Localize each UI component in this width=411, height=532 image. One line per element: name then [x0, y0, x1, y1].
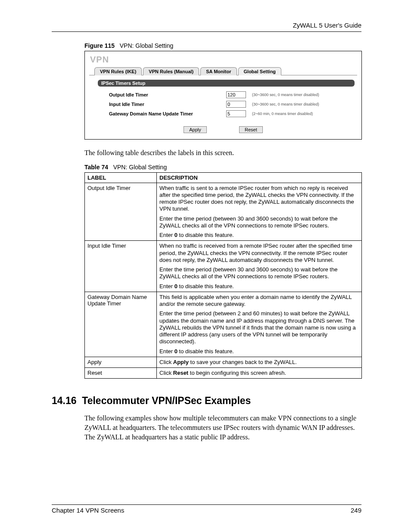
cell-label: Output Idle Timer	[85, 183, 157, 241]
description-table: LABEL DESCRIPTION Output Idle Timer When…	[84, 172, 362, 379]
cell-label: Reset	[85, 368, 157, 379]
table-caption: Table 74 VPN: Global Setting	[84, 164, 361, 171]
row-gateway-domain-timer: Gateway Domain Name Update Timer (2~60 m…	[109, 109, 357, 118]
reset-button[interactable]: Reset	[239, 126, 263, 133]
th-description: DESCRIPTION	[157, 172, 362, 183]
table-caption-title: VPN: Global Setting	[113, 164, 167, 171]
cell-desc: Click Apply to save your changes back to…	[157, 357, 362, 367]
section-title: Telecommuter VPN/IPSec Examples	[82, 395, 251, 406]
table-row: Apply Click Apply to save your changes b…	[85, 357, 362, 367]
cell-desc: Click Reset to begin configuring this sc…	[157, 368, 362, 379]
desc-para: Click Reset to begin configuring this sc…	[159, 370, 359, 376]
row-output-idle-timer: Output Idle Timer (30~3600 sec, 0 means …	[109, 90, 357, 100]
hint-gateway-domain-timer: (2~60 min, 0 means timer disabled)	[252, 112, 313, 116]
table-caption-label: Table 74	[84, 164, 108, 171]
section-number: 14.16	[52, 395, 77, 406]
figure-label: Figure 115	[84, 42, 115, 49]
desc-para: Enter the time period (between 30 and 36…	[159, 266, 359, 280]
desc-para: This field is applicable when you enter …	[159, 294, 359, 308]
footer-chapter: Chapter 14 VPN Screens	[52, 507, 124, 514]
desc-para: Click Apply to save your changes back to…	[159, 359, 359, 366]
hint-input-idle-timer: (30~3600 sec, 0 means timer disabled)	[252, 102, 319, 106]
figure-caption: Figure 115 VPN: Global Setting	[84, 42, 361, 49]
table-row: Reset Click Reset to begin configuring t…	[85, 368, 362, 379]
desc-para: Enter the time period (between 2 and 60 …	[159, 310, 359, 345]
header-guide: ZyWALL 5 User's Guide	[52, 22, 361, 29]
cell-desc: This field is applicable when you enter …	[157, 292, 362, 357]
ipsec-timers-form: Output Idle Timer (30~3600 sec, 0 means …	[109, 90, 357, 118]
tab-vpn-rules-ike[interactable]: VPN Rules (IKE)	[94, 67, 142, 75]
section-bar-ipsec-timers: IPSec Timers Setup	[98, 80, 355, 87]
label-output-idle-timer: Output Idle Timer	[109, 92, 226, 97]
desc-para: Enter 0 to disable this feature.	[159, 283, 359, 290]
desc-para: Enter 0 to disable this feature.	[159, 348, 359, 355]
section-body: The following examples show how multiple…	[84, 414, 361, 442]
desc-para: When traffic is sent to a remote IPSec r…	[159, 185, 359, 213]
tab-bar: VPN Rules (IKE) VPN Rules (Manual) SA Mo…	[89, 65, 357, 75]
cell-label: Gateway Domain Name Update Timer	[85, 292, 157, 357]
vpn-screenshot: VPN VPN Rules (IKE) VPN Rules (Manual) S…	[84, 51, 362, 140]
desc-para: When no traffic is received from a remot…	[159, 243, 359, 264]
label-gateway-domain-timer: Gateway Domain Name Update Timer	[109, 111, 226, 116]
table-row: Gateway Domain Name Update Timer This fi…	[85, 292, 362, 357]
desc-para: Enter the time period (between 30 and 36…	[159, 215, 359, 230]
header-rule	[52, 31, 361, 32]
label-input-idle-timer: Input Idle Timer	[109, 102, 226, 107]
figure-title: VPN: Global Setting	[120, 42, 174, 49]
screenshot-title: VPN	[90, 55, 357, 65]
cell-desc: When traffic is sent to a remote IPSec r…	[157, 183, 362, 241]
desc-para: Enter 0 to disable this feature.	[159, 232, 359, 239]
footer-rule	[52, 504, 361, 505]
tab-vpn-rules-manual[interactable]: VPN Rules (Manual)	[143, 67, 199, 75]
th-label: LABEL	[85, 172, 157, 183]
section-heading: 14.16 Telecommuter VPN/IPSec Examples	[52, 395, 361, 407]
footer-page-number: 249	[351, 507, 361, 514]
input-output-idle-timer[interactable]	[226, 91, 246, 98]
page-footer: Chapter 14 VPN Screens 249	[52, 504, 361, 514]
row-input-idle-timer: Input Idle Timer (30~3600 sec, 0 means t…	[109, 100, 357, 109]
tab-global-setting[interactable]: Global Setting	[238, 67, 282, 75]
hint-output-idle-timer: (30~3600 sec, 0 means timer disabled)	[252, 93, 319, 97]
intro-text: The following table describes the labels…	[84, 148, 361, 158]
screenshot-buttons: Apply Reset	[89, 126, 357, 133]
table-row: Input Idle Timer When no traffic is rece…	[85, 241, 362, 292]
input-gateway-domain-timer[interactable]	[226, 110, 246, 117]
cell-desc: When no traffic is received from a remot…	[157, 241, 362, 292]
table-row: Output Idle Timer When traffic is sent t…	[85, 183, 362, 241]
cell-label: Apply	[85, 357, 157, 367]
tab-sa-monitor[interactable]: SA Monitor	[200, 67, 237, 75]
input-input-idle-timer[interactable]	[226, 101, 246, 108]
apply-button[interactable]: Apply	[184, 126, 207, 133]
cell-label: Input Idle Timer	[85, 241, 157, 292]
